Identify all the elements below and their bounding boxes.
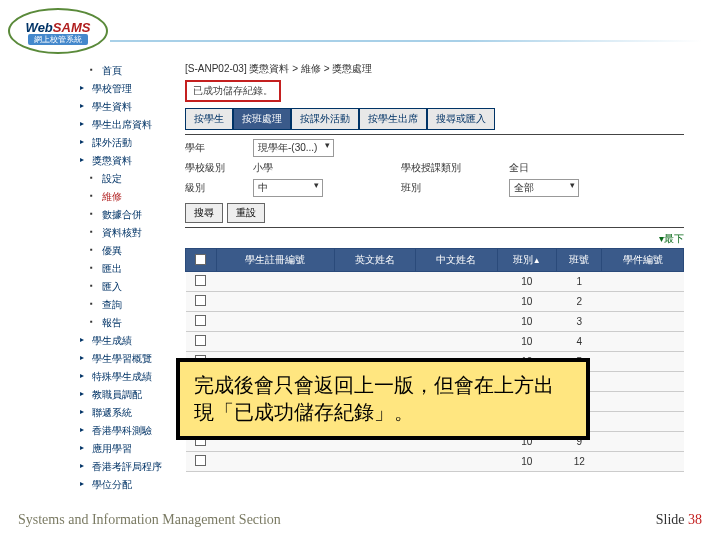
select-all-checkbox[interactable] bbox=[195, 254, 206, 265]
level-value: 小學 bbox=[253, 161, 393, 175]
sidebar-item-6[interactable]: 設定 bbox=[80, 170, 180, 188]
cell bbox=[334, 272, 416, 292]
cell bbox=[602, 372, 684, 392]
cell bbox=[602, 312, 684, 332]
table-row: 103 bbox=[186, 312, 684, 332]
success-message: 已成功儲存紀錄。 bbox=[185, 80, 281, 102]
sidebar-item-17[interactable]: 特殊學生成績 bbox=[80, 368, 180, 386]
row-checkbox[interactable] bbox=[195, 335, 206, 346]
cell: 3 bbox=[557, 312, 602, 332]
row-checkbox[interactable] bbox=[195, 315, 206, 326]
tab-2[interactable]: 按課外活動 bbox=[291, 108, 359, 130]
cell bbox=[186, 292, 217, 312]
search-button[interactable]: 搜尋 bbox=[185, 203, 223, 223]
cell bbox=[216, 272, 334, 292]
sidebar-item-7[interactable]: 維修 bbox=[80, 188, 180, 206]
col-header-3: 中文姓名 bbox=[416, 249, 498, 272]
filter-form: 學年 現學年-(30...) 學校級別 小學 學校授課類別 全日 級別 中 班別… bbox=[185, 139, 684, 197]
cell: 4 bbox=[557, 332, 602, 352]
cell bbox=[186, 272, 217, 292]
cell bbox=[602, 292, 684, 312]
cell bbox=[186, 312, 217, 332]
col-header-6: 學件編號 bbox=[602, 249, 684, 272]
sidebar-item-14[interactable]: 報告 bbox=[80, 314, 180, 332]
sidebar-item-2[interactable]: 學生資料 bbox=[80, 98, 180, 116]
cell bbox=[602, 392, 684, 412]
cell bbox=[416, 292, 498, 312]
tab-bar: 按學生按班處理按課外活動按學生出席搜尋或匯入 bbox=[185, 108, 684, 130]
col-header-2: 英文姓名 bbox=[334, 249, 416, 272]
sidebar-item-23[interactable]: 學位分配 bbox=[80, 476, 180, 494]
sidebar-item-3[interactable]: 學生出席資料 bbox=[80, 116, 180, 134]
sidebar-item-11[interactable]: 匯出 bbox=[80, 260, 180, 278]
cell: 10 bbox=[497, 312, 557, 332]
cell: 12 bbox=[557, 452, 602, 472]
cell bbox=[216, 312, 334, 332]
group-select[interactable]: 全部 bbox=[509, 179, 579, 197]
sidebar-item-21[interactable]: 應用學習 bbox=[80, 440, 180, 458]
footer-slide-number: Slide 38 bbox=[656, 512, 702, 528]
class-select[interactable]: 中 bbox=[253, 179, 323, 197]
tab-0[interactable]: 按學生 bbox=[185, 108, 233, 130]
row-checkbox[interactable] bbox=[195, 455, 206, 466]
col-header-4: 班別▲ bbox=[497, 249, 557, 272]
sidebar-nav: 首頁學校管理學生資料學生出席資料課外活動獎懲資料設定維修數據合併資料核對優異匯出… bbox=[80, 62, 180, 494]
sidebar-item-13[interactable]: 查詢 bbox=[80, 296, 180, 314]
cell bbox=[416, 452, 498, 472]
cell bbox=[334, 452, 416, 472]
cell bbox=[216, 292, 334, 312]
class-label: 級別 bbox=[185, 181, 245, 195]
page-indicator[interactable]: ▾最下 bbox=[185, 232, 684, 246]
sidebar-item-9[interactable]: 資料核對 bbox=[80, 224, 180, 242]
cell bbox=[186, 452, 217, 472]
sidebar-item-4[interactable]: 課外活動 bbox=[80, 134, 180, 152]
cell bbox=[334, 332, 416, 352]
sidebar-item-15[interactable]: 學生成績 bbox=[80, 332, 180, 350]
sidebar-item-10[interactable]: 優異 bbox=[80, 242, 180, 260]
sidebar-item-12[interactable]: 匯入 bbox=[80, 278, 180, 296]
cell bbox=[602, 432, 684, 452]
sidebar-item-16[interactable]: 學生學習概覽 bbox=[80, 350, 180, 368]
tab-3[interactable]: 按學生出席 bbox=[359, 108, 427, 130]
sidebar-item-5[interactable]: 獎懲資料 bbox=[80, 152, 180, 170]
cell bbox=[416, 312, 498, 332]
cell bbox=[334, 312, 416, 332]
row-checkbox[interactable] bbox=[195, 295, 206, 306]
sidebar-item-0[interactable]: 首頁 bbox=[80, 62, 180, 80]
sidebar-item-22[interactable]: 香港考評局程序 bbox=[80, 458, 180, 476]
sidebar-item-20[interactable]: 香港學科測驗 bbox=[80, 422, 180, 440]
annotation-callout: 完成後會只會返回上一版，但會在上方出現「已成功儲存紀錄」。 bbox=[176, 358, 590, 440]
cell: 1 bbox=[557, 272, 602, 292]
row-checkbox[interactable] bbox=[195, 275, 206, 286]
cell bbox=[602, 272, 684, 292]
slide-footer: Systems and Information Management Secti… bbox=[0, 512, 720, 528]
classctrl-label: 學校授課類別 bbox=[401, 161, 501, 175]
cell bbox=[216, 452, 334, 472]
cell: 10 bbox=[497, 332, 557, 352]
watermark: Web.SAMS bbox=[714, 300, 720, 440]
cell bbox=[602, 332, 684, 352]
tab-4[interactable]: 搜尋或匯入 bbox=[427, 108, 495, 130]
year-label: 學年 bbox=[185, 141, 245, 155]
col-header-1: 學生註冊編號 bbox=[216, 249, 334, 272]
cell bbox=[416, 332, 498, 352]
sidebar-item-19[interactable]: 聯遞系統 bbox=[80, 404, 180, 422]
tab-1[interactable]: 按班處理 bbox=[233, 108, 291, 130]
col-header-0[interactable] bbox=[186, 249, 217, 272]
year-select[interactable]: 現學年-(30...) bbox=[253, 139, 334, 157]
cell bbox=[602, 452, 684, 472]
cell bbox=[186, 332, 217, 352]
table-row: 101 bbox=[186, 272, 684, 292]
sidebar-item-8[interactable]: 數據合併 bbox=[80, 206, 180, 224]
table-row: 1012 bbox=[186, 452, 684, 472]
reset-button[interactable]: 重設 bbox=[227, 203, 265, 223]
sidebar-item-18[interactable]: 教職員調配 bbox=[80, 386, 180, 404]
cell bbox=[216, 332, 334, 352]
sidebar-item-1[interactable]: 學校管理 bbox=[80, 80, 180, 98]
group-label: 班別 bbox=[401, 181, 501, 195]
table-row: 104 bbox=[186, 332, 684, 352]
cell bbox=[334, 292, 416, 312]
cell: 10 bbox=[497, 452, 557, 472]
level-label: 學校級別 bbox=[185, 161, 245, 175]
footer-section: Systems and Information Management Secti… bbox=[18, 512, 281, 528]
